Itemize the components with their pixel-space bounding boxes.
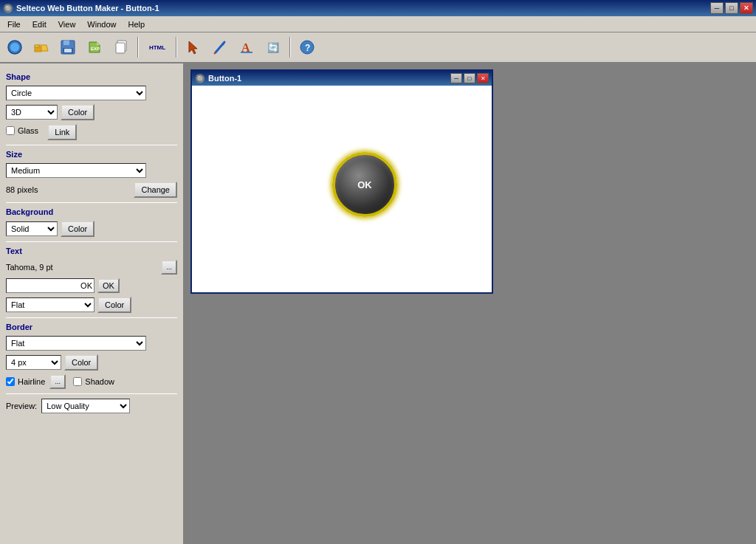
menu-help[interactable]: Help	[122, 18, 151, 30]
size-select[interactable]: Small Medium Large Custom	[6, 163, 146, 178]
bg-color-button[interactable]: Color	[61, 221, 94, 237]
shadow-checkbox[interactable]	[73, 377, 82, 386]
svg-text:🔄: 🔄	[267, 41, 280, 54]
separator-1	[137, 37, 139, 58]
shape-select[interactable]: Circle Rectangle Rounded Rectangle Ellip…	[6, 86, 146, 100]
font-ellipsis-button[interactable]: ...	[161, 260, 177, 275]
shadow-label: Shadow	[85, 377, 114, 386]
menu-bar: File Edit View Window Help	[0, 16, 756, 32]
float-window: 🔘 Button-1 ─ □ ✕ OK	[190, 69, 493, 294]
style-select[interactable]: 3D Flat Glossy	[6, 105, 58, 120]
float-icon: 🔘	[195, 74, 205, 83]
open-button[interactable]	[30, 35, 53, 59]
draw-button[interactable]	[208, 35, 232, 59]
separator-2	[176, 37, 177, 58]
change-button[interactable]: Change	[134, 182, 177, 198]
float-title-bar: 🔘 Button-1 ─ □ ✕	[192, 71, 492, 86]
transform-button[interactable]: 🔄	[261, 35, 285, 59]
svg-rect-13	[116, 43, 125, 53]
text-style-select[interactable]: Flat Raised Engraved	[6, 297, 94, 312]
float-close-button[interactable]: ✕	[477, 73, 489, 83]
svg-text:?: ?	[305, 43, 310, 53]
background-section-label: Background	[6, 207, 177, 216]
divider-3	[6, 241, 177, 242]
preview-quality-select[interactable]: Low Quality High Quality	[41, 399, 130, 413]
float-title: Button-1	[208, 74, 241, 83]
cursor-button[interactable]	[182, 35, 205, 59]
text-tool-button[interactable]: A	[235, 35, 258, 59]
glass-label: Glass	[18, 126, 38, 135]
svg-rect-8	[64, 49, 72, 52]
hairline-checkbox[interactable]	[6, 377, 15, 386]
hairline-label: Hairline	[18, 377, 45, 386]
menu-window[interactable]: Window	[81, 18, 122, 30]
shape-section-label: Shape	[6, 72, 177, 81]
preview-button-text: OK	[357, 179, 372, 190]
separator-3	[289, 37, 291, 58]
text-input[interactable]	[6, 278, 94, 293]
pixels-label: 88 pixels	[6, 185, 131, 194]
divider-1	[6, 145, 177, 145]
size-section-label: Size	[6, 150, 177, 159]
float-content: OK	[192, 86, 492, 292]
app-title: Selteco Web Button Maker - Button-1	[16, 4, 159, 13]
bg-select[interactable]: Solid Gradient Image	[6, 221, 58, 236]
menu-edit[interactable]: Edit	[27, 18, 52, 30]
minimize-button[interactable]: ─	[710, 2, 724, 14]
left-panel: Shape Circle Rectangle Rounded Rectangle…	[0, 63, 185, 544]
export-button[interactable]: EXP	[83, 35, 106, 59]
html-button[interactable]: HTML	[143, 35, 171, 59]
svg-line-17	[214, 52, 216, 54]
toolbar: EXP HTML A 🔄	[0, 32, 756, 63]
preview-area: 🔘 Button-1 ─ □ ✕ OK	[185, 63, 756, 544]
border-px-select[interactable]: 1 px 2 px 3 px 4 px 5 px	[6, 355, 61, 370]
hairline-color-button[interactable]: ...	[49, 374, 66, 389]
menu-view[interactable]: View	[52, 18, 82, 30]
svg-rect-4	[35, 45, 39, 47]
divider-5	[6, 393, 177, 394]
help-button[interactable]: ?	[295, 35, 319, 59]
divider-2	[6, 202, 177, 203]
text-ok-button[interactable]: OK	[97, 278, 120, 293]
color-button[interactable]: Color	[61, 104, 94, 120]
border-color-button[interactable]: Color	[64, 354, 98, 371]
font-label: Tahoma, 9 pt	[6, 263, 158, 272]
svg-rect-6	[63, 41, 69, 45]
glass-checkbox[interactable]	[6, 126, 15, 135]
float-minimize-button[interactable]: ─	[450, 73, 462, 83]
link-button[interactable]: Link	[47, 124, 77, 140]
menu-file[interactable]: File	[1, 18, 27, 30]
title-bar: 🔘 Selteco Web Button Maker - Button-1 ─ …	[0, 0, 756, 16]
save-button[interactable]	[56, 35, 80, 59]
close-button[interactable]: ✕	[740, 2, 753, 14]
html-label: HTML	[149, 44, 165, 51]
copy-button[interactable]	[109, 35, 133, 59]
divider-4	[6, 317, 177, 318]
svg-point-1	[10, 43, 19, 52]
text-section-label: Text	[6, 247, 177, 255]
new-button[interactable]	[3, 35, 27, 59]
float-maximize-button[interactable]: □	[464, 73, 475, 83]
border-select[interactable]: Flat Raised Groove Ridge None	[6, 336, 146, 351]
svg-text:EXP: EXP	[91, 47, 100, 51]
app-icon: 🔘	[3, 4, 13, 13]
maximize-button[interactable]: □	[725, 2, 738, 14]
text-color-button[interactable]: Color	[97, 297, 131, 313]
border-section-label: Border	[6, 323, 177, 331]
preview-label: Preview:	[6, 402, 37, 410]
preview-circle-button[interactable]: OK	[332, 152, 397, 217]
svg-marker-14	[189, 41, 197, 54]
